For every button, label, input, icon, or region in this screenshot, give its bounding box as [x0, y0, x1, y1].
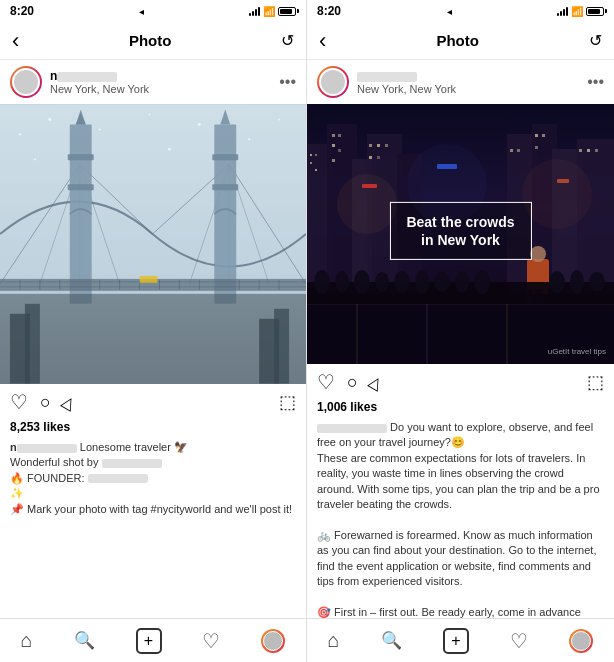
status-arrow-left: ◂ [139, 6, 144, 17]
action-bar-left: ♡ ○ △ ⬚ [0, 384, 306, 420]
nav-title-left: Photo [129, 32, 172, 49]
status-time-left: 8:20 [10, 4, 34, 18]
svg-rect-66 [310, 154, 312, 156]
svg-rect-79 [377, 156, 380, 159]
svg-point-104 [474, 270, 490, 294]
status-time-right: 8:20 [317, 4, 341, 18]
refresh-button-left[interactable]: ↺ [281, 31, 294, 50]
profile-info-left: n New York, New York [50, 69, 271, 95]
caption-p4-right: 🎯 First in – first out. Be ready early, … [317, 606, 598, 618]
signal-bars-left [249, 6, 260, 16]
signal-bar-r2 [560, 11, 562, 16]
share-button-left[interactable]: △ [59, 391, 79, 413]
avatar-image-left [12, 68, 40, 96]
tab-profile-right[interactable] [569, 629, 593, 653]
back-button-left[interactable]: ‹ [12, 28, 19, 54]
svg-point-37 [19, 133, 21, 135]
tab-profile-left[interactable] [261, 629, 285, 653]
svg-point-43 [278, 118, 280, 120]
beat-crowds-line1: Beat the crowds [406, 213, 514, 231]
svg-point-96 [314, 270, 330, 294]
svg-point-103 [455, 271, 469, 293]
svg-rect-14 [68, 184, 94, 190]
tab-add-right[interactable]: + [443, 628, 469, 654]
more-menu-left[interactable]: ••• [279, 73, 296, 91]
signal-bars-right [557, 6, 568, 16]
caption-p2-right: These are common expectations for lots o… [317, 452, 600, 510]
likes-count-right: 1,006 likes [307, 400, 614, 418]
svg-point-41 [198, 123, 201, 126]
beat-crowds-box: Beat the crowds in New York [389, 202, 531, 260]
svg-rect-18 [212, 154, 238, 160]
svg-point-100 [394, 271, 410, 293]
svg-point-110 [522, 159, 592, 229]
svg-rect-81 [517, 149, 520, 152]
svg-rect-12 [70, 124, 92, 303]
svg-rect-74 [332, 159, 335, 162]
caption-right: Do you want to explore, observe, and fee… [307, 418, 614, 618]
tab-home-right[interactable]: ⌂ [328, 629, 340, 652]
svg-rect-67 [315, 154, 317, 156]
battery-icon-right [586, 7, 604, 16]
status-bar-left: 8:20 ◂ 📶 [0, 0, 306, 22]
share-button-right[interactable]: △ [366, 371, 386, 393]
svg-point-102 [434, 272, 450, 292]
svg-rect-84 [535, 146, 538, 149]
svg-rect-77 [385, 144, 388, 147]
redacted-caption-right [317, 424, 387, 433]
battery-icon-left [278, 7, 296, 16]
tab-add-left[interactable]: + [136, 628, 162, 654]
caption-line1-left: Lonesome traveler 🦅 [80, 441, 188, 453]
back-button-right[interactable]: ‹ [319, 28, 326, 54]
more-menu-right[interactable]: ••• [587, 73, 604, 91]
bookmark-button-right[interactable]: ⬚ [587, 371, 604, 393]
profile-name-left: n [50, 69, 271, 83]
svg-rect-50 [274, 309, 289, 384]
beat-crowds-line2: in New York [406, 231, 514, 249]
tab-search-right[interactable]: 🔍 [381, 630, 402, 651]
svg-point-108 [337, 174, 397, 234]
svg-point-97 [335, 271, 349, 293]
tab-profile-avatar-left [263, 631, 283, 651]
left-panel: 8:20 ◂ 📶 ‹ Photo ↺ [0, 0, 307, 662]
svg-rect-70 [332, 134, 335, 137]
battery-fill-left [280, 9, 292, 14]
status-arrow-right: ◂ [447, 6, 452, 17]
refresh-button-right[interactable]: ↺ [589, 31, 602, 50]
caption-p3-right: 🚲 Forewarned is forearmed. Know as much … [317, 529, 596, 587]
like-button-left[interactable]: ♡ [10, 390, 28, 414]
svg-point-105 [549, 271, 565, 293]
signal-bar-2 [252, 11, 254, 16]
svg-point-40 [149, 113, 151, 115]
redacted-username-right [357, 72, 417, 82]
comment-button-right[interactable]: ○ [347, 372, 358, 393]
signal-bar-r4 [566, 7, 568, 16]
avatar-left[interactable] [10, 66, 42, 98]
nav-bar-right: ‹ Photo ↺ [307, 22, 614, 60]
profile-header-right: New York, New York ••• [307, 60, 614, 104]
svg-rect-75 [369, 144, 372, 147]
bookmark-button-left[interactable]: ⬚ [279, 391, 296, 413]
avatar-right[interactable] [317, 66, 349, 98]
tab-heart-right[interactable]: ♡ [510, 629, 528, 653]
add-icon-left: + [144, 633, 153, 649]
tab-heart-left[interactable]: ♡ [202, 629, 220, 653]
ugetit-label: uGetIt travel tips [548, 347, 606, 356]
caption-line4-left: ✨ [10, 487, 24, 499]
caption-left: n Lonesome traveler 🦅 Wonderful shot by … [0, 438, 306, 521]
svg-rect-86 [587, 149, 590, 152]
post-image-left [0, 104, 306, 384]
svg-point-44 [34, 158, 36, 160]
svg-rect-69 [315, 169, 317, 171]
comment-button-left[interactable]: ○ [40, 392, 51, 413]
caption-username-left: n [10, 441, 77, 453]
wifi-icon-right: 📶 [571, 6, 583, 17]
tab-search-left[interactable]: 🔍 [74, 630, 95, 651]
bottom-tabs-left: ⌂ 🔍 + ♡ [0, 618, 306, 662]
nav-bar-left: ‹ Photo ↺ [0, 22, 306, 60]
svg-rect-80 [510, 149, 513, 152]
svg-rect-83 [542, 134, 545, 137]
status-icons-left: 📶 [249, 6, 296, 17]
tab-home-left[interactable]: ⌂ [20, 629, 32, 652]
like-button-right[interactable]: ♡ [317, 370, 335, 394]
